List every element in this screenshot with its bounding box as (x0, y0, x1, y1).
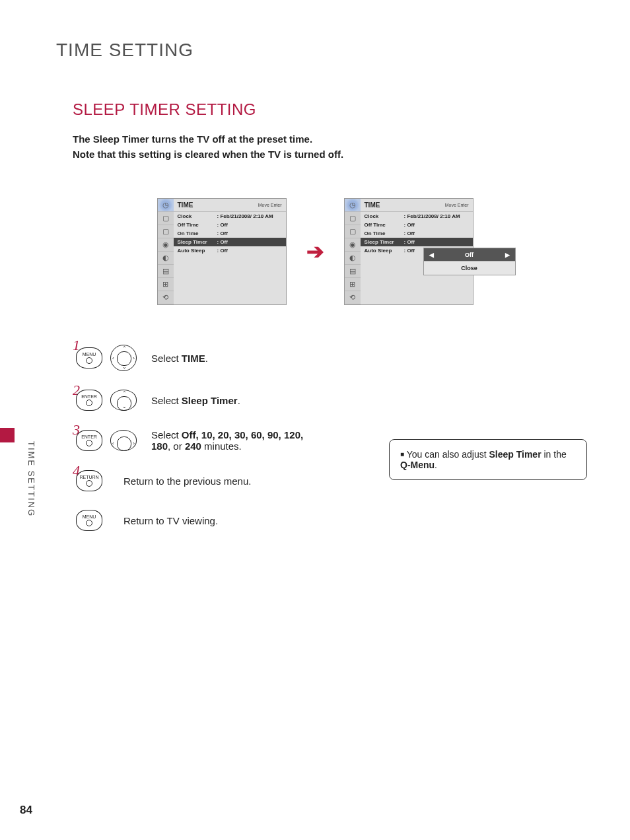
osd-row-label: On Time (365, 230, 404, 236)
osd-row-value: Off (404, 239, 415, 245)
steps-list: 1 MENU ⌃⌄‹› Select TIME. 2 ENTER ⌃⌄ Sele… (76, 345, 584, 531)
osd-sidebar-icon: ▢ (158, 225, 174, 238)
osd-sidebar-icon: ▤ (345, 265, 361, 278)
clock-icon: ◷ (345, 199, 361, 212)
page-title: TIME SETTING (56, 40, 584, 61)
clock-icon: ◷ (158, 199, 174, 212)
step-text: Return to TV viewing. (123, 515, 218, 526)
menu-button[interactable]: MENU (76, 347, 102, 368)
menu-button[interactable]: MENU (76, 510, 102, 531)
dpad-horizontal-icon[interactable]: ‹› (110, 430, 137, 451)
osd-sidebar-icon: ⊞ (345, 278, 361, 291)
dpad-vertical-icon[interactable]: ⌃⌄ (110, 390, 137, 411)
osd-row-value: Off (404, 222, 415, 228)
osd-row-value: Off (217, 239, 228, 245)
osd-sidebar-icon: ▢ (345, 212, 361, 225)
sleep-timer-popup: ◀ Off ▶ Close (423, 248, 516, 275)
osd-row-value: Off (217, 222, 228, 228)
osd-row-value: Off (404, 230, 415, 236)
osd-header-nav: Move Enter (258, 203, 282, 207)
description-line: Note that this setting is cleared when t… (73, 147, 584, 162)
step-text: Select Off, 10, 20, 30, 60, 90, 120, 180… (151, 429, 323, 452)
osd-row-label: Clock (178, 213, 217, 219)
description: The Sleep Timer turns the TV off at the … (73, 132, 584, 162)
dpad-icon[interactable]: ⌃⌄‹› (110, 345, 137, 371)
osd-sidebar-icon: ⟲ (158, 291, 174, 304)
arrow-right-icon: ➔ (306, 239, 324, 264)
side-label: TIME SETTING (26, 441, 36, 517)
step-text: Select TIME. (151, 353, 208, 364)
step-text: Return to the previous menu. (123, 475, 251, 487)
osd-sidebar-icon: ◉ (345, 238, 361, 252)
popup-close[interactable]: Close (424, 262, 515, 275)
osd-sidebar-icon: ◐ (158, 252, 174, 265)
step-2: 2 ENTER ⌃⌄ Select Sleep Timer. (76, 390, 584, 411)
osd-sidebar-icon: ▤ (158, 265, 174, 278)
return-button[interactable]: RETURN (76, 470, 102, 491)
step-menu: MENU Return to TV viewing. (76, 510, 584, 531)
osd-row-label: Off Time (365, 222, 404, 228)
enter-button[interactable]: ENTER (76, 390, 102, 411)
osd-header-title: TIME (178, 201, 193, 209)
description-line: The Sleep Timer turns the TV off at the … (73, 132, 584, 147)
osd-row-value: Off (217, 230, 228, 236)
osd-row-label: Off Time (178, 222, 217, 228)
step-1: 1 MENU ⌃⌄‹› Select TIME. (76, 345, 584, 371)
osd-row-label: Sleep Timer (178, 239, 217, 245)
step-text: Select Sleep Timer. (151, 395, 240, 406)
osd-row-value: Feb/21/2008/ 2:10 AM (404, 213, 460, 219)
osd-sidebar-icon: ▢ (345, 225, 361, 238)
osd-header-nav: Move Enter (445, 203, 469, 207)
bullet-icon: ■ (400, 450, 404, 458)
enter-button[interactable]: ENTER (76, 430, 102, 451)
osd-row-value: Feb/21/2008/ 2:10 AM (217, 213, 273, 219)
osd-row-label: On Time (178, 230, 217, 236)
nav-left-icon[interactable]: ◀ (429, 252, 434, 258)
osd-sidebar-icon: ◐ (345, 252, 361, 265)
osd-sidebar-icon: ⟲ (345, 291, 361, 304)
osd-row-label: Clock (365, 213, 404, 219)
popup-value: Off (465, 252, 473, 258)
note-box: ■ You can also adjust Sleep Timer in the… (389, 439, 587, 480)
osd-sidebar-icon: ⊞ (158, 278, 174, 291)
page-number: 84 (20, 804, 32, 817)
osd-row-value: Off (217, 248, 228, 254)
osd-row-label: Auto Sleep (365, 248, 404, 254)
section-subtitle: SLEEP TIMER SETTING (73, 100, 584, 119)
osd-row-label: Auto Sleep (178, 248, 217, 254)
osd-sidebar-icon: ◉ (158, 238, 174, 252)
osd-screenshots: ◷ ▢ ▢ ◉ ◐ ▤ ⊞ ⟲ TIME Move Enter ClockFeb (46, 198, 584, 305)
osd-left: ◷ ▢ ▢ ◉ ◐ ▤ ⊞ ⟲ TIME Move Enter ClockFeb (157, 198, 287, 305)
nav-right-icon[interactable]: ▶ (505, 252, 510, 258)
osd-sidebar-icon: ▢ (158, 212, 174, 225)
side-tab (0, 428, 15, 442)
osd-header-title: TIME (365, 201, 380, 209)
osd-row-value: Off (404, 248, 415, 254)
osd-row-label: Sleep Timer (365, 239, 404, 245)
